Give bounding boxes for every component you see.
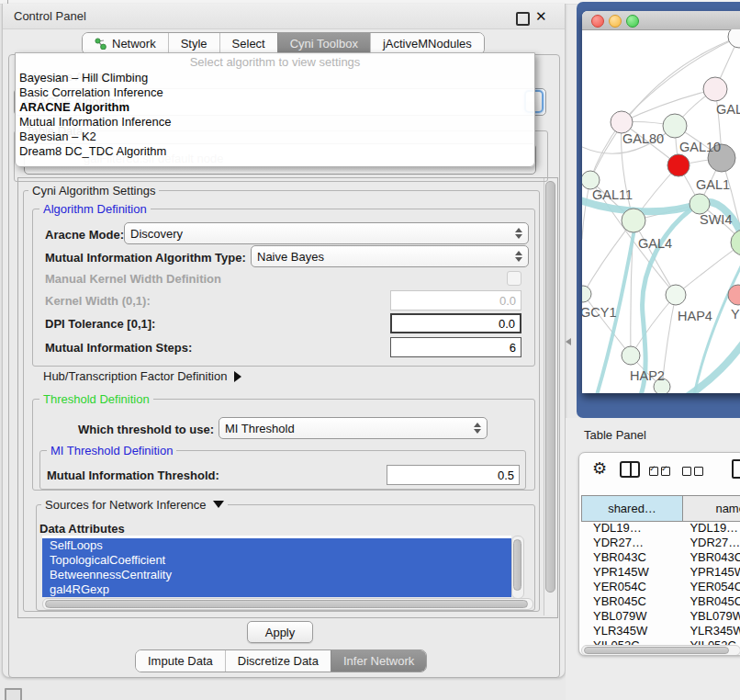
network-node-label: GAL80 — [622, 131, 664, 146]
table-row[interactable]: YDL19…YDL19…13 — [581, 520, 740, 535]
attributes-hscrollbar[interactable] — [42, 598, 533, 610]
tab-jactivemnodules[interactable]: jActiveMNodules — [370, 33, 484, 54]
close-icon[interactable]: ✕ — [535, 8, 547, 25]
network-node-label: GAL1 — [696, 177, 730, 192]
settings-scrollbar[interactable] — [544, 178, 556, 615]
table-row[interactable]: YBR043CYBR043C — [581, 549, 740, 564]
network-node[interactable] — [582, 286, 591, 302]
tab-cyni-toolbox[interactable]: Cyni Toolbox — [277, 33, 370, 54]
sources-group-title: Sources for Network Inference — [45, 498, 207, 512]
manual-kernel-width-checkbox[interactable] — [507, 271, 521, 286]
minimize-traffic-icon[interactable] — [609, 15, 622, 28]
mi-threshold-field[interactable]: 0.5 — [387, 465, 520, 485]
tab-jactivemnodules-label: jActiveMNodules — [383, 37, 472, 51]
sources-group-expander[interactable]: Sources for Network Inference — [41, 498, 228, 512]
hub-definition-expander[interactable]: Hub/Transcription Factor Definition — [43, 369, 241, 383]
table-hscrollbar[interactable] — [581, 645, 740, 656]
attribute-list-item[interactable]: TopologicalCoefficient — [42, 553, 511, 568]
mi-steps-field[interactable]: 6 — [390, 337, 521, 357]
table-cell: YLR345W — [682, 623, 740, 638]
network-node[interactable] — [622, 209, 645, 232]
network-node[interactable] — [690, 194, 710, 214]
table-row[interactable]: YER054CYER054C8. — [581, 579, 740, 593]
aracne-mode-combobox[interactable]: Discovery — [124, 222, 529, 244]
kernel-width-label: Kernel Width (0,1): — [45, 294, 151, 308]
algorithm-option[interactable]: Mutual Information Inference — [16, 115, 534, 130]
table-hscrollbar-thumb[interactable] — [584, 647, 729, 654]
table-row[interactable]: YBL079WYBL079W — [581, 608, 740, 623]
attribute-list-item[interactable]: SelfLoops — [42, 538, 511, 553]
network-node[interactable] — [666, 285, 686, 305]
table-cell: YBR043C — [682, 549, 740, 564]
table-row[interactable]: YLR345WYLR345W9. — [581, 623, 740, 638]
tab-impute-data[interactable]: Impute Data — [136, 650, 225, 672]
aracne-mode-label: Aracne Mode: — [45, 228, 124, 242]
table-column-header[interactable]: name — [683, 496, 740, 522]
network-window-titlebar[interactable] — [582, 11, 740, 30]
splitter-collapse-icon[interactable] — [566, 338, 571, 345]
dpi-tolerance-field[interactable]: 0.0 — [390, 313, 521, 333]
dock-window-icon[interactable] — [5, 688, 22, 700]
kernel-width-field[interactable]: 0.0 — [390, 290, 521, 310]
network-edge[interactable] — [583, 294, 631, 356]
tab-infer-network[interactable]: Infer Network — [331, 650, 426, 672]
float-icon[interactable] — [516, 12, 530, 26]
attributes-list-scrollbar[interactable] — [511, 536, 524, 599]
table-row[interactable]: YDR27…YDR27…12 — [581, 535, 740, 549]
mi-steps-value: 6 — [510, 341, 516, 355]
attribute-list-item[interactable]: gal4RGexp — [42, 582, 511, 597]
network-node[interactable] — [663, 114, 687, 138]
split-columns-icon[interactable] — [620, 461, 640, 478]
network-node[interactable] — [582, 171, 600, 189]
network-node-label: HAP4 — [678, 309, 712, 323]
settings-scrollbar-thumb[interactable] — [545, 181, 555, 593]
table-column-header[interactable]: shared… — [582, 496, 683, 522]
close-traffic-icon[interactable] — [591, 15, 604, 28]
attribute-list-item[interactable]: BetweennessCentrality — [42, 568, 511, 582]
hub-definition-label: Hub/Transcription Factor Definition — [43, 369, 227, 383]
algorithm-option[interactable]: Bayesian – K2 — [16, 130, 534, 144]
select-all-checkboxes-icon[interactable] — [649, 463, 673, 480]
algorithm-option[interactable]: Basic Correlation Inference — [16, 85, 534, 100]
table-cell: YPR145W — [682, 564, 740, 579]
network-node[interactable] — [703, 77, 727, 101]
table-cell: YBR045C — [581, 593, 682, 608]
aracne-mode-value: Discovery — [130, 227, 183, 241]
network-icon — [95, 38, 107, 50]
zoom-traffic-icon[interactable] — [626, 15, 639, 28]
mi-algorithm-type-value: Naive Bayes — [257, 250, 324, 264]
algorithm-option[interactable]: Bayesian – Hill Climbing — [16, 71, 534, 85]
apply-button[interactable]: Apply — [247, 621, 313, 643]
network-node[interactable] — [728, 29, 740, 48]
network-edge[interactable] — [631, 295, 676, 356]
tab-discretize-data[interactable]: Discretize Data — [225, 650, 331, 672]
algorithm-option[interactable]: ARACNE Algorithm — [16, 100, 534, 115]
network-node[interactable] — [667, 154, 690, 176]
page-icon[interactable] — [732, 459, 740, 479]
algorithm-definition-title: Algorithm Definition — [39, 202, 151, 216]
algorithm-option[interactable]: Dream8 DC_TDC Algorithm — [16, 144, 534, 159]
table-row[interactable]: YPR145WYPR145W9. — [581, 564, 740, 579]
tab-network[interactable]: Network — [83, 33, 168, 54]
tab-select[interactable]: Select — [219, 33, 277, 54]
which-threshold-label: Which threshold to use: — [78, 423, 214, 436]
data-attributes-list[interactable]: SelfLoopsTopologicalCoefficientBetweenne… — [42, 536, 511, 597]
data-attributes-label: Data Attributes — [39, 522, 125, 536]
network-edge[interactable] — [687, 340, 740, 393]
kernel-width-value: 0.0 — [499, 294, 516, 308]
node-table-body[interactable]: YDL19…YDL19…13YDR27…YDR27…12YBR043CYBR04… — [581, 520, 740, 654]
attributes-scrollbar-thumb[interactable] — [513, 539, 521, 591]
table-cell: YBL079W — [581, 608, 682, 623]
network-node[interactable] — [611, 111, 633, 133]
attributes-hscrollbar-thumb[interactable] — [45, 600, 528, 608]
network-graph-canvas[interactable]: GAL7GAL80GAL10GAL1GAL11SWI4GAL4GCY1HAP4Y… — [582, 29, 740, 393]
table-row[interactable]: YBR045CYBR045C9. — [581, 593, 740, 608]
cyni-algorithm-settings-title: Cyni Algorithm Settings — [28, 184, 159, 198]
which-threshold-combobox[interactable]: MI Threshold — [219, 417, 488, 439]
mi-algorithm-type-combobox[interactable]: Naive Bayes — [251, 245, 529, 267]
network-node[interactable] — [622, 346, 640, 365]
gear-icon[interactable]: ⚙ — [592, 458, 607, 479]
tab-style[interactable]: Style — [168, 33, 219, 54]
deselect-all-checkboxes-icon[interactable] — [682, 463, 706, 480]
control-panel-window: Control Panel ✕ Network Style Select Cyn… — [2, 4, 566, 678]
